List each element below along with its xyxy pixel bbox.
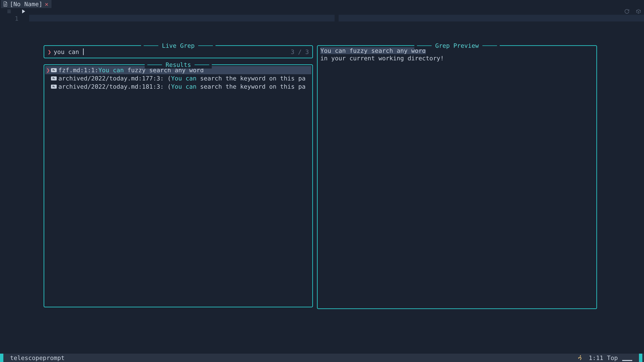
tab-no-name[interactable]: [No Name] ✕ [1,0,52,8]
close-icon[interactable]: ✕ [45,0,48,8]
text-cursor [83,48,84,55]
result-path: archived/2022/today.md:181:3: ( [58,83,171,90]
package-icon[interactable] [636,9,641,14]
document-icon [3,1,8,6]
selection-caret-icon [46,83,51,90]
markdown-icon: M↓ [51,68,57,72]
status-line: telescopeprompt 1:11 Top [0,354,644,362]
outline-icon[interactable] [7,9,12,14]
result-match: You can [171,83,196,90]
mode-indicator [0,354,3,362]
selection-caret-icon [46,75,51,82]
buffer-area: 1 [0,15,644,21]
status-end-block [639,354,642,362]
result-context: search the keyword on this pa [196,75,306,82]
status-decoration [622,360,632,361]
buffer-right [338,15,644,21]
refresh-icon[interactable] [624,9,629,14]
live-grep-prompt-panel: ──── Live Grep ──── ❯ you can 3 / 3 [44,45,313,58]
result-path: fzf.md:1:1: [58,66,98,74]
selection-caret-icon: ❯ [46,66,51,74]
tab-title: [No Name] [10,0,42,8]
result-context: search the keyword on this pa [196,83,306,90]
line-number: 1 [0,15,25,21]
result-count: 3 / 3 [291,48,309,56]
result-row[interactable]: M↓archived/2022/today.md:181:3: (You can… [45,82,311,91]
buffer-left [29,15,334,21]
prompt-caret-icon: ❯ [48,48,51,56]
markdown-icon: M↓ [51,76,57,80]
cursor-position: 1:11 Top [589,354,618,362]
results-title: ──── Results ──── [145,61,212,68]
prompt-title: ──── Live Grep ──── [141,42,216,49]
svg-point-0 [580,355,581,356]
telescope: ──── Live Grep ──── ❯ you can 3 / 3 ────… [44,45,597,309]
markdown-icon: M↓ [51,85,57,89]
play-icon[interactable] [22,9,26,14]
mode-text: telescopeprompt [10,354,64,362]
result-path: archived/2022/today.md:177:3: ( [58,75,171,82]
result-row[interactable]: M↓archived/2022/today.md:177:3: (You can… [45,74,311,82]
result-match: You can [171,75,196,82]
tab-bar: [No Name] ✕ [0,0,644,8]
toolbar [0,8,644,15]
preview-title: ──── Grep Preview ──── [414,42,500,49]
result-match: You can [98,66,124,74]
preview-line: in your current working directory! [320,54,594,62]
runner-icon [577,355,582,361]
preview-panel: ──── Grep Preview ──── You can fuzzy sea… [317,45,597,309]
results-panel: ──── Results ──── ❯M↓fzf.md:1:1:You can … [44,64,313,307]
